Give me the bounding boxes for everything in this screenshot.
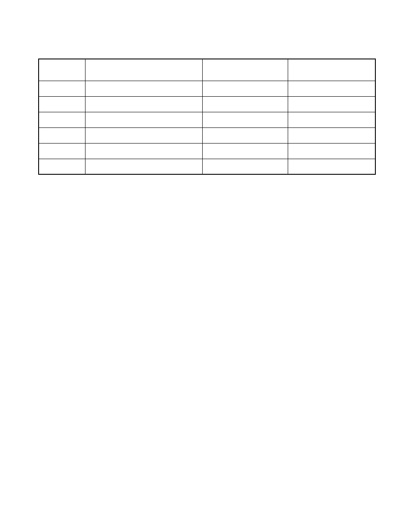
table-cell <box>85 143 202 159</box>
table-cell <box>288 143 376 159</box>
table-cell <box>202 81 288 96</box>
table-row <box>39 96 375 112</box>
table-cell <box>202 112 288 127</box>
table-row <box>39 143 375 159</box>
table-row <box>39 112 375 127</box>
header-cell <box>39 59 85 81</box>
table-cell <box>288 127 376 143</box>
table-container <box>38 59 376 175</box>
table-cell <box>202 159 288 174</box>
table-cell <box>39 112 85 127</box>
table-cell <box>202 96 288 112</box>
table-cell <box>39 96 85 112</box>
table-cell <box>202 143 288 159</box>
header-cell <box>85 59 202 81</box>
table-cell <box>85 81 202 96</box>
table-cell <box>288 81 376 96</box>
data-table <box>38 59 376 175</box>
table-header-row <box>39 59 375 81</box>
table-cell <box>39 81 85 96</box>
table-cell <box>39 159 85 174</box>
table-cell <box>288 112 376 127</box>
table-cell <box>39 127 85 143</box>
table-row <box>39 159 375 174</box>
header-cell <box>288 59 376 81</box>
table-cell <box>85 127 202 143</box>
table-cell <box>85 112 202 127</box>
table-cell <box>288 96 376 112</box>
table-row <box>39 81 375 96</box>
table-cell <box>202 127 288 143</box>
table-cell <box>85 159 202 174</box>
table-row <box>39 127 375 143</box>
table-cell <box>288 159 376 174</box>
table-cell <box>39 143 85 159</box>
header-cell <box>202 59 288 81</box>
table-cell <box>85 96 202 112</box>
